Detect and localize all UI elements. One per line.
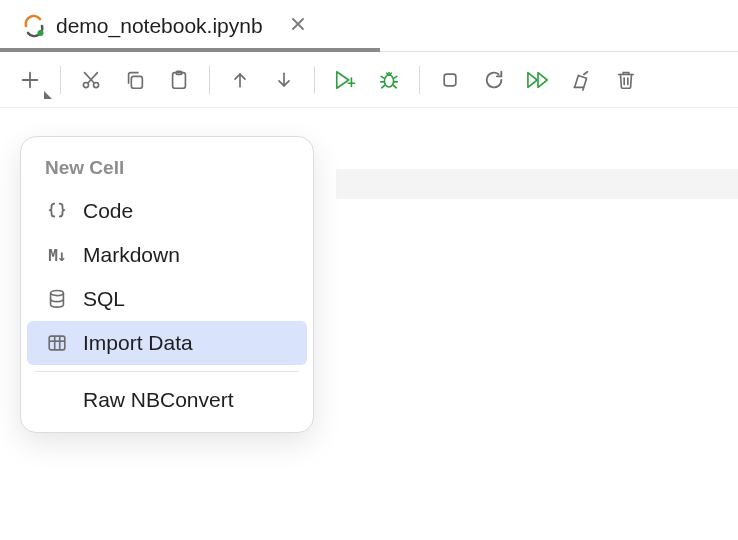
svg-rect-3 — [131, 76, 142, 88]
svg-point-0 — [38, 30, 44, 36]
svg-rect-9 — [49, 336, 65, 350]
move-down-button[interactable] — [264, 60, 304, 100]
toolbar-separator — [419, 66, 420, 94]
move-up-button[interactable] — [220, 60, 260, 100]
svg-point-6 — [384, 74, 393, 86]
svg-point-8 — [51, 290, 64, 295]
tab-filename: demo_notebook.ipynb — [56, 14, 263, 38]
braces-icon — [43, 200, 71, 222]
run-cell-button[interactable] — [325, 60, 365, 100]
interrupt-button[interactable] — [430, 60, 470, 100]
menu-item-raw-nbconvert[interactable]: Raw NBConvert — [27, 378, 307, 422]
restart-button[interactable] — [474, 60, 514, 100]
menu-item-sql[interactable]: SQL — [27, 277, 307, 321]
add-cell-button[interactable] — [10, 60, 50, 100]
menu-heading: New Cell — [27, 147, 307, 189]
tab-bar: demo_notebook.ipynb — [0, 0, 738, 52]
notebook-file-icon — [22, 14, 46, 38]
database-icon — [43, 288, 71, 310]
notebook-tab[interactable]: demo_notebook.ipynb — [0, 0, 323, 51]
new-cell-menu: New Cell Code M↓ Markdown SQL — [20, 136, 314, 433]
table-icon — [43, 332, 71, 354]
menu-item-label: Markdown — [83, 243, 180, 267]
toolbar-separator — [60, 66, 61, 94]
notebook-toolbar — [0, 52, 738, 108]
cell-area — [336, 169, 738, 199]
menu-item-label: SQL — [83, 287, 125, 311]
menu-separator — [35, 371, 299, 372]
menu-item-label: Import Data — [83, 331, 193, 355]
menu-item-markdown[interactable]: M↓ Markdown — [27, 233, 307, 277]
markdown-icon: M↓ — [43, 246, 71, 265]
close-tab-button[interactable] — [287, 11, 309, 40]
clear-outputs-button[interactable] — [562, 60, 602, 100]
toolbar-separator — [209, 66, 210, 94]
delete-cell-button[interactable] — [606, 60, 646, 100]
menu-item-code[interactable]: Code — [27, 189, 307, 233]
svg-rect-7 — [444, 74, 456, 86]
dropdown-triangle-icon — [44, 91, 52, 99]
menu-item-label: Raw NBConvert — [83, 388, 234, 412]
toolbar-separator — [314, 66, 315, 94]
debug-button[interactable] — [369, 60, 409, 100]
menu-item-label: Code — [83, 199, 133, 223]
paste-button[interactable] — [159, 60, 199, 100]
cut-button[interactable] — [71, 60, 111, 100]
active-tab-indicator — [0, 48, 380, 52]
menu-item-import-data[interactable]: Import Data — [27, 321, 307, 365]
copy-button[interactable] — [115, 60, 155, 100]
run-all-button[interactable] — [518, 60, 558, 100]
